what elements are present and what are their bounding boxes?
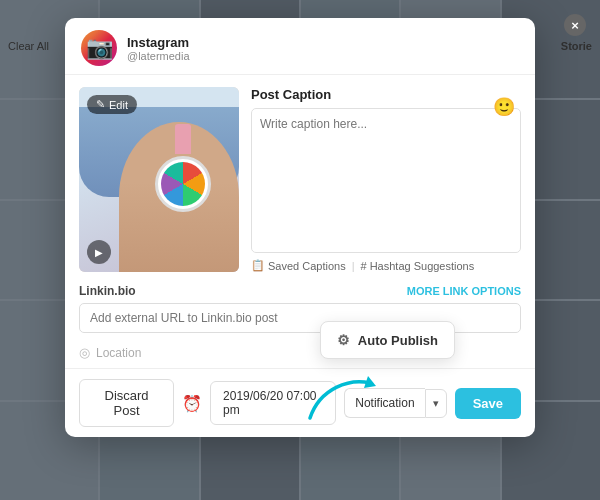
discard-post-button[interactable]: Discard Post <box>79 379 174 427</box>
auto-publish-popup: ⚙ Auto Publish <box>320 321 455 359</box>
auto-publish-label[interactable]: Auto Publish <box>358 333 438 348</box>
schedule-date-display[interactable]: 2019/06/20 07:00 pm <box>210 381 336 425</box>
caption-textarea[interactable] <box>251 108 521 253</box>
saved-captions-button[interactable]: 📋 Saved Captions <box>251 259 346 272</box>
emoji-icon[interactable]: 🙂 <box>493 96 515 118</box>
linkin-title: Linkin.bio <box>79 284 136 298</box>
svg-marker-0 <box>364 376 376 388</box>
linkin-header: Linkin.bio MORE LINK OPTIONS <box>79 284 521 298</box>
hashtag-suggestions-button[interactable]: # Hashtag Suggestions <box>361 260 475 272</box>
location-row: ◎ Location <box>65 341 535 368</box>
edit-button[interactable]: ✎ Discard Post Edit <box>87 95 137 114</box>
post-image-preview: ✎ Discard Post Edit ▶ <box>79 87 239 272</box>
watch-dial <box>161 162 205 206</box>
watch-face <box>155 156 211 212</box>
caption-label: Post Caption <box>251 87 521 102</box>
play-button[interactable]: ▶ <box>87 240 111 264</box>
caption-actions: 📋 Saved Captions | # Hashtag Suggestions <box>251 259 521 272</box>
hashtag-icon: # <box>361 260 367 272</box>
more-link-options-button[interactable]: MORE LINK OPTIONS <box>407 285 521 297</box>
account-handle: @latermedia <box>127 50 190 62</box>
clock-icon[interactable]: ⏰ <box>182 394 202 413</box>
action-separator: | <box>352 260 355 272</box>
captions-icon: 📋 <box>251 259 265 272</box>
close-button[interactable]: × <box>564 14 586 36</box>
notification-button[interactable]: Notification <box>344 388 424 418</box>
auto-publish-icon: ⚙ <box>337 332 350 348</box>
modal-header: 📷 Instagram @latermedia <box>65 18 535 75</box>
location-icon: ◎ <box>79 345 90 360</box>
linkin-bio-section: Linkin.bio MORE LINK OPTIONS <box>65 284 535 341</box>
avatar: 📷 <box>81 30 117 66</box>
caption-panel: Post Caption 🙂 📋 Saved Captions | # Hash… <box>251 87 521 272</box>
play-icon: ▶ <box>95 247 103 258</box>
modal-body: ✎ Discard Post Edit ▶ Post Caption 🙂 📋 S… <box>65 75 535 284</box>
account-platform: Instagram <box>127 35 190 50</box>
notification-dropdown: Notification ▾ <box>344 388 446 418</box>
location-placeholder[interactable]: Location <box>96 346 141 360</box>
notification-dropdown-arrow[interactable]: ▾ <box>425 389 447 418</box>
watch-strap <box>175 124 191 154</box>
account-info: Instagram @latermedia <box>127 35 190 62</box>
post-modal: 📷 Instagram @latermedia ✎ Discard Post E… <box>65 18 535 437</box>
save-button[interactable]: Save <box>455 388 521 419</box>
edit-icon: ✎ <box>96 98 105 111</box>
modal-footer: Discard Post ⏰ 2019/06/20 07:00 pm Notif… <box>65 368 535 437</box>
